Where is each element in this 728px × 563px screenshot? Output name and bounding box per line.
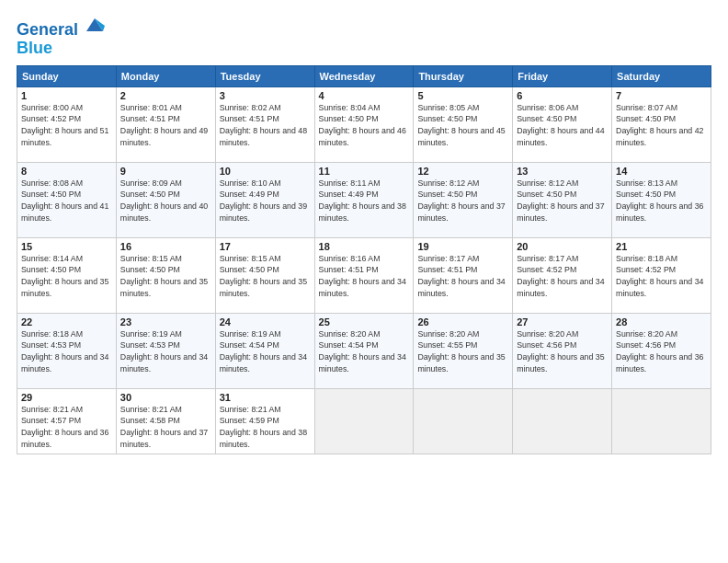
day-info: Sunrise: 8:18 AMSunset: 4:52 PMDaylight:… [616, 254, 703, 298]
day-info: Sunrise: 8:19 AMSunset: 4:54 PMDaylight:… [220, 329, 307, 373]
day-info: Sunrise: 8:20 AMSunset: 4:54 PMDaylight:… [319, 329, 406, 373]
day-number: 5 [417, 90, 508, 101]
day-info: Sunrise: 8:09 AMSunset: 4:50 PMDaylight:… [120, 178, 208, 223]
day-number: 11 [319, 166, 410, 177]
calendar-cell: 17 Sunrise: 8:15 AMSunset: 4:50 PMDaylig… [215, 237, 314, 313]
day-number: 26 [417, 316, 508, 327]
day-number: 23 [120, 316, 211, 327]
logo-general: General [17, 20, 78, 39]
calendar-cell: 9 Sunrise: 8:09 AMSunset: 4:50 PMDayligh… [116, 162, 215, 237]
calendar-week-row: 29 Sunrise: 8:21 AMSunset: 4:57 PMDaylig… [17, 388, 711, 454]
day-info: Sunrise: 8:07 AMSunset: 4:50 PMDaylight:… [616, 103, 703, 147]
day-info: Sunrise: 8:21 AMSunset: 4:59 PMDaylight:… [220, 405, 307, 449]
day-number: 15 [21, 241, 112, 252]
day-number: 9 [120, 166, 211, 177]
calendar-cell: 28 Sunrise: 8:20 AMSunset: 4:56 PMDaylig… [612, 313, 711, 388]
logo-blue: Blue [17, 40, 105, 58]
calendar-table: SundayMondayTuesdayWednesdayThursdayFrid… [17, 65, 711, 454]
calendar-cell: 21 Sunrise: 8:18 AMSunset: 4:52 PMDaylig… [612, 237, 711, 313]
calendar-cell [414, 388, 513, 454]
day-info: Sunrise: 8:00 AMSunset: 4:52 PMDaylight:… [21, 103, 108, 147]
weekday-header: Sunday [17, 65, 117, 86]
weekday-header: Wednesday [314, 65, 414, 86]
day-info: Sunrise: 8:17 AMSunset: 4:51 PMDaylight:… [417, 254, 505, 298]
calendar-cell: 26 Sunrise: 8:20 AMSunset: 4:55 PMDaylig… [414, 313, 513, 388]
day-number: 16 [120, 241, 211, 252]
calendar-cell [513, 388, 612, 454]
calendar-cell: 5 Sunrise: 8:05 AMSunset: 4:50 PMDayligh… [414, 86, 513, 162]
calendar-cell: 4 Sunrise: 8:04 AMSunset: 4:50 PMDayligh… [314, 86, 414, 162]
day-number: 6 [517, 90, 608, 101]
calendar-cell: 6 Sunrise: 8:06 AMSunset: 4:50 PMDayligh… [513, 86, 612, 162]
day-number: 3 [220, 90, 311, 101]
day-info: Sunrise: 8:21 AMSunset: 4:57 PMDaylight:… [21, 405, 108, 449]
calendar-cell [612, 388, 711, 454]
calendar-week-row: 1 Sunrise: 8:00 AMSunset: 4:52 PMDayligh… [17, 86, 711, 162]
day-number: 17 [220, 241, 311, 252]
calendar-cell: 2 Sunrise: 8:01 AMSunset: 4:51 PMDayligh… [116, 86, 215, 162]
day-info: Sunrise: 8:16 AMSunset: 4:51 PMDaylight:… [319, 254, 406, 298]
calendar-cell: 23 Sunrise: 8:19 AMSunset: 4:53 PMDaylig… [116, 313, 215, 388]
day-number: 13 [517, 166, 608, 177]
calendar-week-row: 15 Sunrise: 8:14 AMSunset: 4:50 PMDaylig… [17, 237, 711, 313]
calendar-cell: 25 Sunrise: 8:20 AMSunset: 4:54 PMDaylig… [314, 313, 414, 388]
day-info: Sunrise: 8:21 AMSunset: 4:58 PMDaylight:… [120, 405, 208, 449]
day-info: Sunrise: 8:10 AMSunset: 4:49 PMDaylight:… [220, 178, 307, 223]
day-number: 19 [417, 241, 508, 252]
weekday-header: Tuesday [215, 65, 314, 86]
day-info: Sunrise: 8:08 AMSunset: 4:50 PMDaylight:… [21, 178, 108, 223]
logo: General Blue [17, 18, 105, 58]
day-info: Sunrise: 8:11 AMSunset: 4:49 PMDaylight:… [319, 178, 406, 223]
calendar-cell: 20 Sunrise: 8:17 AMSunset: 4:52 PMDaylig… [513, 237, 612, 313]
calendar-cell [314, 388, 414, 454]
calendar-cell: 24 Sunrise: 8:19 AMSunset: 4:54 PMDaylig… [215, 313, 314, 388]
day-number: 21 [616, 241, 707, 252]
weekday-header: Thursday [414, 65, 513, 86]
day-number: 29 [21, 392, 112, 403]
day-number: 31 [220, 392, 311, 403]
logo-text: General [17, 18, 105, 40]
weekday-header-row: SundayMondayTuesdayWednesdayThursdayFrid… [17, 65, 711, 86]
calendar-cell: 27 Sunrise: 8:20 AMSunset: 4:56 PMDaylig… [513, 313, 612, 388]
day-number: 7 [616, 90, 707, 101]
day-number: 12 [417, 166, 508, 177]
day-number: 4 [319, 90, 410, 101]
day-number: 30 [120, 392, 211, 403]
logo-icon [85, 15, 105, 35]
day-info: Sunrise: 8:02 AMSunset: 4:51 PMDaylight:… [220, 103, 307, 147]
day-info: Sunrise: 8:04 AMSunset: 4:50 PMDaylight:… [319, 103, 406, 147]
calendar-cell: 8 Sunrise: 8:08 AMSunset: 4:50 PMDayligh… [17, 162, 117, 237]
calendar-cell: 19 Sunrise: 8:17 AMSunset: 4:51 PMDaylig… [414, 237, 513, 313]
calendar-cell: 31 Sunrise: 8:21 AMSunset: 4:59 PMDaylig… [215, 388, 314, 454]
calendar-cell: 16 Sunrise: 8:15 AMSunset: 4:50 PMDaylig… [116, 237, 215, 313]
day-number: 24 [220, 316, 311, 327]
calendar-week-row: 8 Sunrise: 8:08 AMSunset: 4:50 PMDayligh… [17, 162, 711, 237]
calendar-cell: 14 Sunrise: 8:13 AMSunset: 4:50 PMDaylig… [612, 162, 711, 237]
day-info: Sunrise: 8:20 AMSunset: 4:56 PMDaylight:… [616, 329, 703, 373]
weekday-header: Friday [513, 65, 612, 86]
day-info: Sunrise: 8:14 AMSunset: 4:50 PMDaylight:… [21, 254, 108, 298]
day-info: Sunrise: 8:12 AMSunset: 4:50 PMDaylight:… [417, 178, 505, 223]
day-number: 2 [120, 90, 211, 101]
day-number: 20 [517, 241, 608, 252]
calendar-cell: 3 Sunrise: 8:02 AMSunset: 4:51 PMDayligh… [215, 86, 314, 162]
day-number: 8 [21, 166, 112, 177]
day-info: Sunrise: 8:01 AMSunset: 4:51 PMDaylight:… [120, 103, 208, 147]
weekday-header: Monday [116, 65, 215, 86]
day-info: Sunrise: 8:20 AMSunset: 4:55 PMDaylight:… [417, 329, 505, 373]
header: General Blue [17, 15, 711, 58]
day-info: Sunrise: 8:20 AMSunset: 4:56 PMDaylight:… [517, 329, 604, 373]
day-number: 10 [220, 166, 311, 177]
day-number: 18 [319, 241, 410, 252]
calendar-cell: 12 Sunrise: 8:12 AMSunset: 4:50 PMDaylig… [414, 162, 513, 237]
calendar-cell: 30 Sunrise: 8:21 AMSunset: 4:58 PMDaylig… [116, 388, 215, 454]
day-number: 28 [616, 316, 707, 327]
calendar-week-row: 22 Sunrise: 8:18 AMSunset: 4:53 PMDaylig… [17, 313, 711, 388]
day-number: 25 [319, 316, 410, 327]
weekday-header: Saturday [612, 65, 711, 86]
day-info: Sunrise: 8:06 AMSunset: 4:50 PMDaylight:… [517, 103, 604, 147]
calendar-cell: 1 Sunrise: 8:00 AMSunset: 4:52 PMDayligh… [17, 86, 117, 162]
day-info: Sunrise: 8:12 AMSunset: 4:50 PMDaylight:… [517, 178, 604, 223]
day-number: 1 [21, 90, 112, 101]
day-info: Sunrise: 8:18 AMSunset: 4:53 PMDaylight:… [21, 329, 108, 373]
